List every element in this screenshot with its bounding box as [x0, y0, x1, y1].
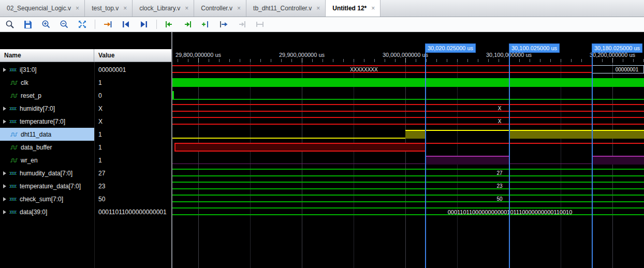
wave-data: 0001101100000000000101110000000000110010 [172, 205, 644, 218]
signal-row-dht11-data[interactable]: dht11_data 1 [0, 128, 171, 141]
zoom-in-icon [41, 20, 51, 29]
search-icon [5, 20, 14, 29]
signal-value: 0 [94, 92, 102, 99]
signal-value: 1 [94, 79, 102, 86]
expand-caret-icon[interactable] [3, 68, 6, 72]
signal-row-humudity-data[interactable]: humudity_data[7:0] 27 [0, 167, 171, 180]
next-transition-button[interactable] [182, 19, 193, 30]
tab-close-icon[interactable] [123, 5, 127, 12]
tab-close-icon[interactable] [316, 5, 320, 12]
tab-tb-dht11-controller[interactable]: tb_dht11_Controller.v [246, 0, 326, 17]
tab-label: tb_dht11_Controller.v [253, 5, 312, 12]
expand-caret-icon[interactable] [3, 120, 6, 124]
signal-row-temperature[interactable]: temperature[7:0] X [0, 115, 171, 128]
zoom-in-button[interactable] [40, 19, 52, 30]
add-marker-icon [201, 20, 210, 29]
signal-row-clk[interactable]: clk 1 [0, 76, 171, 89]
signal-row-temperature-data[interactable]: temperature_data[7:0] 23 [0, 180, 171, 192]
save-waveform-button[interactable] [22, 19, 34, 30]
bus-signal-icon [9, 106, 17, 112]
tab-close-icon[interactable] [371, 5, 375, 12]
next-marker-icon [255, 20, 265, 29]
scalar-signal-icon [10, 131, 18, 138]
signal-row-humidity[interactable]: humidity[7:0] X [0, 102, 171, 115]
wave-check-sum: 50 [172, 192, 644, 205]
bus-value-label: 27 [496, 170, 502, 176]
panel-splitter[interactable] [171, 32, 172, 268]
signal-value: 23 [94, 183, 105, 190]
bus-signal-icon [9, 196, 17, 202]
signal-row-wr-en[interactable]: wr_en 1 [0, 154, 171, 167]
go-to-start-button[interactable] [120, 19, 131, 30]
go-to-end-button[interactable] [138, 19, 150, 30]
previous-marker-button[interactable] [236, 19, 247, 30]
bus-value-label: 23 [496, 183, 502, 189]
expand-caret-icon[interactable] [3, 197, 6, 201]
wave-temperature: X [172, 115, 644, 128]
tab-close-icon[interactable] [185, 5, 188, 12]
tab-controller[interactable]: Controller.v [194, 0, 246, 17]
zoom-to-cursor-button[interactable] [102, 19, 113, 30]
go-to-end-icon [139, 20, 149, 29]
editor-tabbar: 02_Sequencial_Logic.v test_top.v clock_L… [0, 0, 644, 17]
cursor-time-badge[interactable]: 30,020.025000 us [425, 43, 476, 53]
go-to-cursor-button[interactable] [218, 19, 229, 30]
time-cursor[interactable] [509, 43, 510, 268]
value-column-header: Value [94, 52, 114, 59]
signal-row-check-sum[interactable]: check_sum[7:0] 50 [0, 192, 171, 205]
scalar-signal-icon [10, 80, 18, 86]
signal-row-i[interactable]: i[31:0] 00000001 [0, 63, 171, 76]
tab-close-icon[interactable] [237, 5, 241, 12]
expand-caret-icon[interactable] [3, 184, 6, 188]
signal-name: temperature[7:0] [20, 118, 65, 125]
tab-label: test_top.v [92, 5, 119, 12]
wave-humidity: X [172, 102, 644, 115]
find-button[interactable] [4, 19, 16, 30]
bus-value-label: X [498, 118, 502, 124]
signal-name: data_buffer [21, 144, 52, 151]
previous-transition-button[interactable] [164, 19, 175, 30]
time-ruler-ticks [172, 59, 644, 62]
vivado-waveform-window: 02_Sequencial_Logic.v test_top.v clock_L… [0, 0, 644, 268]
time-cursor[interactable] [425, 43, 426, 268]
cursor-time-badge[interactable]: 30,180.025000 us [592, 43, 642, 53]
signal-value: 1 [94, 144, 102, 151]
wave-canvas[interactable]: 29,800,000000 us 29,900,000000 us 30,000… [172, 32, 644, 268]
signal-value: 27 [94, 170, 105, 177]
signal-name: reset_p [21, 92, 41, 99]
go-to-cursor-icon [219, 20, 228, 29]
tab-test-top[interactable]: test_top.v [85, 0, 133, 17]
wave-humudity-data: 27 [172, 167, 644, 180]
tab-label: clock_Library.v [139, 5, 180, 12]
expand-caret-icon[interactable] [3, 107, 6, 111]
cursor-time-badge[interactable]: 30,100.025000 us [509, 43, 560, 53]
toolbar-separator [95, 20, 95, 29]
next-marker-button[interactable] [254, 19, 266, 30]
tab-close-icon[interactable] [76, 5, 79, 12]
wave-clk [172, 76, 644, 89]
add-marker-button[interactable] [200, 19, 211, 30]
expand-caret-icon[interactable] [3, 171, 6, 175]
signal-value: 50 [94, 196, 105, 203]
signal-name: check_sum[7:0] [20, 196, 63, 203]
signal-row-data-buffer[interactable]: data_buffer 1 [0, 141, 171, 154]
wave-dht11-data [172, 128, 644, 141]
tab-02-sequencial-logic[interactable]: 02_Sequencial_Logic.v [0, 0, 85, 17]
signal-value: 1 [94, 157, 102, 164]
tab-label: Untitled 12* [332, 5, 367, 12]
wave-reset-p [172, 89, 644, 102]
scalar-signal-icon [10, 144, 18, 151]
signal-row-data[interactable]: data[39:0] 00011011000000000001 [0, 205, 171, 218]
signal-panel: Name Value i[31:0] 00000001 clk 1 [0, 32, 171, 268]
zoom-fit-button[interactable] [77, 19, 88, 30]
tab-clock-library[interactable]: clock_Library.v [133, 0, 194, 17]
expand-caret-icon[interactable] [3, 210, 6, 214]
tab-untitled-12[interactable]: Untitled 12* [326, 0, 380, 17]
time-cursor[interactable] [592, 43, 593, 268]
signal-row-reset-p[interactable]: reset_p 0 [0, 89, 171, 102]
signal-name: clk [21, 79, 28, 86]
wave-data-buffer [172, 141, 644, 154]
next-transition-icon [183, 20, 192, 29]
zoom-out-button[interactable] [58, 19, 70, 30]
scalar-signal-icon [10, 157, 18, 163]
